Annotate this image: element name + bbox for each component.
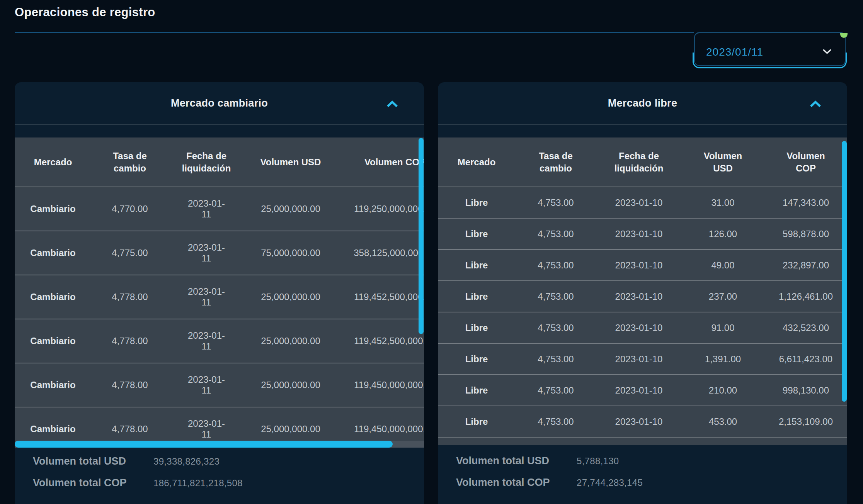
title-divider: [15, 32, 694, 33]
table-row: Cambiario 4,778.00 2023-01-11 25,000,000…: [15, 275, 424, 319]
date-picker-value[interactable]: 2023/01/11: [706, 46, 763, 58]
table-row: Libre 4,753.00 2023-01-10 126.00 598,878…: [438, 218, 847, 249]
total-cop-label: Volumen total COP: [33, 477, 153, 489]
table-row: Cambiario 4,778.00 2023-01-11 25,000,000…: [15, 363, 424, 407]
table-row: Libre 4,753.00 2023-01-10 237.00 1,126,4…: [438, 280, 847, 312]
column-header: Tasa de cambio: [104, 150, 156, 174]
page-title: Operaciones de registro: [15, 5, 155, 19]
panel-mercado-libre: Mercado libre Mercado Tasa de cambio Fec…: [438, 82, 847, 504]
column-header: Mercado: [34, 156, 72, 168]
table-row: Libre 4,753.00 2023-01-10 31.00 147,343.…: [438, 187, 847, 218]
column-header: Volumen USD: [697, 150, 749, 174]
table-row: Libre 4,753.00 2023-01-10 1,391.00 6,611…: [438, 343, 847, 374]
green-half-dot-icon: [840, 33, 848, 38]
table-row: Libre 4,753.00 2023-01-10 91.00 432,523.…: [438, 312, 847, 343]
table-row: Cambiario 4,770.00 2023-01-11 25,000,000…: [15, 187, 424, 231]
column-header: Mercado: [458, 156, 496, 168]
chevron-up-icon[interactable]: [809, 100, 822, 109]
horizontal-scrollbar-thumb[interactable]: [15, 441, 393, 448]
total-cop-line: Volumen total COP 27,744,283,145: [456, 477, 847, 489]
total-cop-value: 186,711,821,218,508: [153, 478, 243, 489]
column-header: Fecha de liquidación: [613, 150, 665, 174]
vertical-scrollbar[interactable]: [842, 141, 847, 402]
total-usd-value: 39,338,826,323: [153, 456, 220, 467]
panel-title: Mercado libre: [608, 97, 677, 109]
total-usd-line: Volumen total USD 39,338,826,323: [33, 455, 424, 467]
chevron-up-icon[interactable]: [386, 100, 398, 109]
table-mercado-cambiario: Mercado Tasa de cambio Fecha de liquidac…: [15, 137, 424, 448]
panel-totals: Volumen total USD 39,338,826,323 Volumen…: [33, 455, 424, 489]
total-usd-line: Volumen total USD 5,788,130: [456, 455, 847, 467]
table-row: Libre 4,753.00 2023-01-10 210.00 998,130…: [438, 374, 847, 406]
column-header: Volumen COP: [364, 156, 424, 168]
horizontal-scrollbar[interactable]: [15, 441, 424, 448]
total-cop-line: Volumen total COP 186,711,821,218,508: [33, 477, 424, 489]
panel-header: Mercado libre: [438, 82, 847, 125]
table-row: Cambiario 4,778.00 2023-01-11 25,000,000…: [15, 319, 424, 363]
total-usd-label: Volumen total USD: [33, 455, 153, 467]
total-usd-label: Volumen total USD: [456, 455, 577, 467]
column-header: Fecha de liquidación: [180, 150, 233, 174]
column-header: Volumen COP: [780, 150, 832, 174]
total-cop-label: Volumen total COP: [456, 477, 577, 489]
vertical-scrollbar[interactable]: [419, 138, 424, 334]
panel-mercado-cambiario: Mercado cambiario Mercado Tasa de cambio…: [15, 82, 424, 504]
total-cop-value: 27,744,283,145: [577, 477, 643, 488]
column-header: Volumen USD: [260, 156, 321, 168]
panel-title: Mercado cambiario: [171, 97, 268, 109]
panel-totals: Volumen total USD 5,788,130 Volumen tota…: [456, 455, 847, 489]
table-header-row: Mercado Tasa de cambio Fecha de liquidac…: [15, 137, 424, 187]
table-mercado-libre: Mercado Tasa de cambio Fecha de liquidac…: [438, 137, 847, 445]
table-row-partial: [438, 437, 847, 445]
table-header-row: Mercado Tasa de cambio Fecha de liquidac…: [438, 137, 847, 187]
table-row: Cambiario 4,775.00 2023-01-11 75,000,000…: [15, 231, 424, 275]
chevron-down-icon[interactable]: [823, 49, 831, 56]
panel-header: Mercado cambiario: [15, 82, 424, 125]
table-row: Libre 4,753.00 2023-01-10 453.00 2,153,1…: [438, 406, 847, 437]
column-header: Tasa de cambio: [529, 150, 582, 174]
table-row: Libre 4,753.00 2023-01-10 49.00 232,897.…: [438, 249, 847, 280]
total-usd-value: 5,788,130: [577, 456, 619, 467]
